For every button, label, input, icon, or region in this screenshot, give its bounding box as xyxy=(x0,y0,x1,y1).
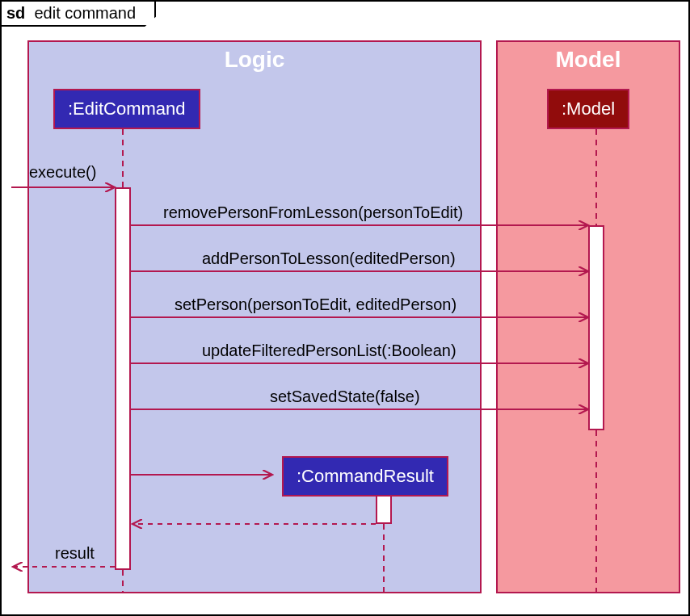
frame-label: sd edit command xyxy=(2,2,156,27)
msg-set-person: setPerson(personToEdit, editedPerson) xyxy=(175,295,456,314)
logic-title: Logic xyxy=(29,47,480,73)
msg-update-filtered: updateFilteredPersonList(:Boolean) xyxy=(202,342,456,360)
activation-model xyxy=(588,225,604,430)
activation-command-result xyxy=(376,495,392,524)
lifeline-model: :Model xyxy=(547,89,629,129)
msg-remove-person: removePersonFromLesson(personToEdit) xyxy=(163,203,463,222)
frame-type: sd xyxy=(6,4,25,22)
msg-result: result xyxy=(55,544,95,563)
activation-edit-command xyxy=(115,187,131,570)
model-title: Model xyxy=(498,47,679,73)
lifeline-command-result: :CommandResult xyxy=(282,456,448,497)
msg-execute: execute() xyxy=(29,163,96,182)
msg-add-person: addPersonToLesson(editedPerson) xyxy=(202,249,456,268)
msg-set-saved: setSavedState(false) xyxy=(270,388,420,406)
lifeline-edit-command: :EditCommand xyxy=(53,89,200,129)
sequence-frame: sd edit command Logic Model :EditCommand… xyxy=(0,0,690,616)
frame-title: edit command xyxy=(34,4,136,22)
